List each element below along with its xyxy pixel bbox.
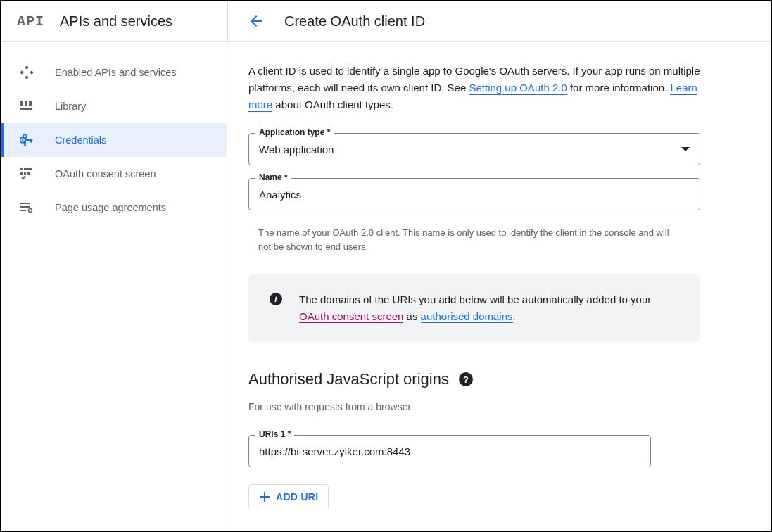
sidebar-item-label: Page usage agreements: [55, 202, 166, 213]
svg-rect-12: [20, 168, 23, 170]
link-consent-screen[interactable]: OAuth consent screen: [299, 310, 403, 323]
application-type-field: Application type * Web application: [248, 133, 700, 165]
application-type-label: Application type *: [255, 127, 334, 137]
svg-rect-6: [29, 101, 32, 106]
js-origins-subtext: For use with requests from a browser: [248, 401, 700, 412]
name-input[interactable]: [248, 178, 700, 210]
intro-text: A client ID is used to identify a single…: [248, 63, 700, 113]
svg-rect-22: [30, 212, 31, 213]
plus-icon: [259, 491, 270, 502]
content: A client ID is used to identify a single…: [227, 42, 771, 531]
sidebar-item-label: Enabled APIs and services: [55, 67, 177, 78]
name-label: Name *: [255, 172, 291, 182]
add-uri-label: ADD URI: [276, 491, 318, 502]
sidebar-item-library[interactable]: Library: [1, 89, 227, 123]
sidebar-item-label: Credentials: [55, 134, 106, 146]
sidebar-item-consent-screen[interactable]: OAuth consent screen: [1, 157, 227, 191]
consent-icon: [20, 167, 34, 181]
topbar-right: Create OAuth client ID: [227, 1, 771, 41]
library-icon: [20, 99, 34, 113]
application-type-select[interactable]: Web application: [248, 133, 700, 165]
svg-rect-2: [20, 70, 24, 75]
topbar-left: API APIs and services: [1, 1, 227, 41]
svg-rect-11: [30, 139, 32, 143]
name-helper-text: The name of your OAuth 2.0 client. This …: [248, 223, 671, 253]
back-arrow-icon[interactable]: [248, 13, 265, 30]
svg-rect-18: [20, 206, 30, 208]
help-icon[interactable]: ?: [459, 372, 473, 386]
svg-point-20: [29, 209, 32, 213]
info-banner-text: The domains of the URIs you add below wi…: [299, 291, 679, 325]
svg-rect-0: [25, 66, 29, 70]
main: Enabled APIs and services Library Creden…: [1, 42, 771, 531]
svg-point-9: [22, 139, 24, 141]
svg-rect-14: [20, 172, 23, 175]
svg-rect-1: [25, 75, 29, 79]
name-field: Name *: [248, 178, 700, 210]
sidebar-item-page-usage[interactable]: Page usage agreements: [1, 191, 227, 224]
svg-rect-16: [27, 172, 30, 175]
uri-1-field: URIs 1 *: [248, 435, 651, 467]
svg-rect-17: [20, 203, 30, 204]
chevron-down-icon: [681, 147, 690, 151]
link-authorised-domains[interactable]: authorised domains: [421, 310, 513, 323]
info-icon: i: [270, 293, 282, 305]
topbar: API APIs and services Create OAuth clien…: [1, 1, 771, 42]
sidebar: Enabled APIs and services Library Creden…: [1, 42, 227, 531]
svg-rect-19: [20, 210, 26, 211]
sidebar-item-credentials[interactable]: Credentials: [1, 123, 227, 157]
uri-1-label: URIs 1 *: [255, 429, 294, 439]
svg-rect-7: [20, 108, 32, 110]
svg-rect-4: [20, 101, 23, 106]
svg-rect-5: [25, 101, 27, 106]
js-origins-title: Authorised JavaScript origins: [248, 370, 449, 388]
svg-rect-15: [24, 172, 26, 175]
sidebar-item-label: Library: [55, 101, 86, 112]
settings-lines-icon: [20, 201, 34, 215]
key-icon: [20, 133, 34, 147]
svg-rect-21: [30, 208, 31, 209]
uri-1-input[interactable]: [248, 435, 651, 467]
link-setting-up-oauth[interactable]: Setting up OAuth 2.0: [469, 82, 567, 95]
application-type-value: Web application: [259, 144, 334, 156]
diamond-move-icon: [20, 65, 34, 80]
svg-rect-3: [30, 70, 33, 75]
info-banner: i The domains of the URIs you add below …: [248, 274, 700, 342]
product-title: APIs and services: [60, 13, 172, 30]
svg-rect-13: [24, 168, 32, 170]
add-uri-button[interactable]: ADD URI: [248, 484, 329, 509]
sidebar-item-label: OAuth consent screen: [55, 168, 156, 179]
page-title: Create OAuth client ID: [284, 13, 425, 30]
sidebar-item-enabled-apis[interactable]: Enabled APIs and services: [1, 56, 227, 89]
api-logo: API: [17, 13, 44, 30]
js-origins-heading-row: Authorised JavaScript origins ?: [248, 370, 700, 388]
